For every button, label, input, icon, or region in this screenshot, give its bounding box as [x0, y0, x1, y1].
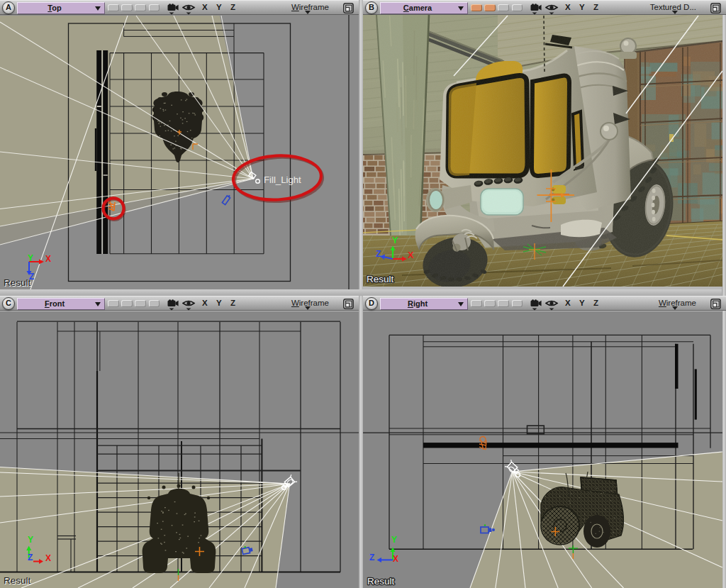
svg-text:Z: Z [28, 553, 33, 562]
svg-text:Y: Y [28, 535, 33, 545]
svg-text:X: X [393, 554, 398, 564]
svg-text:Result: Result [367, 576, 395, 587]
svg-text:X: X [45, 553, 51, 563]
svg-text:Fill_Light: Fill_Light [264, 174, 301, 185]
svg-text:Result: Result [4, 575, 31, 586]
svg-text:Z: Z [369, 553, 374, 562]
svg-text:X: X [45, 254, 51, 264]
svg-text:Result: Result [4, 277, 31, 288]
svg-text:Y: Y [391, 535, 397, 545]
